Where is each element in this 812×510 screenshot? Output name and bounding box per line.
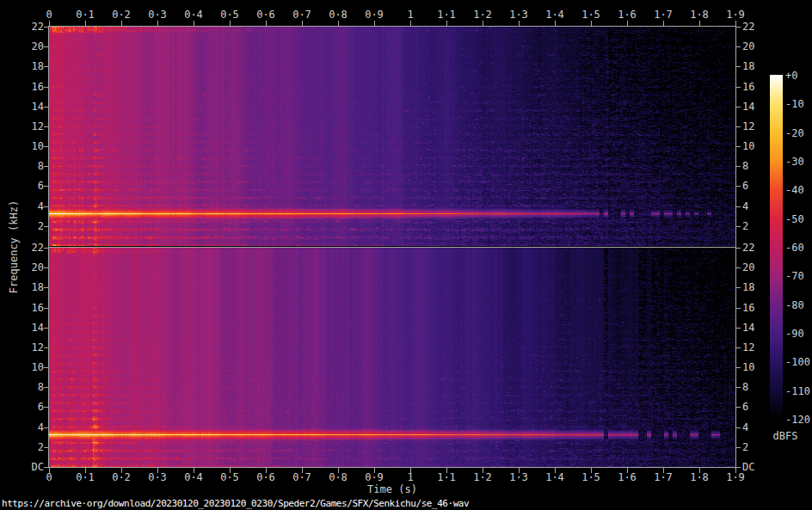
freq-tick [44,87,48,88]
time-tick-label: 0·7 [292,9,311,20]
freq-tick-label: 10 [32,141,44,151]
freq-tick-label: 16 [32,303,44,313]
colorbar-gradient [770,75,783,419]
freq-tick [44,186,48,187]
freq-tick [736,66,741,67]
time-tick-label: 0·5 [220,472,239,482]
freq-tick [736,287,741,288]
time-tick-label: 0·7 [292,472,311,482]
freq-tick-label: 8 [38,382,44,392]
freq-tick [736,46,741,47]
freq-tick [736,308,741,309]
time-axis-title: Time (s) [358,484,427,495]
freq-tick-label: 20 [742,262,754,273]
freq-tick [736,407,741,408]
freq-tick-label: 4 [38,422,44,433]
freq-tick [44,46,48,47]
time-tick-label: 0·8 [329,472,348,482]
freq-tick [44,107,48,108]
freq-tick-label: 10 [742,362,754,372]
freq-tick-label: 18 [742,61,754,71]
freq-tick [736,248,741,249]
colorbar-tick-label: -100 [785,357,810,367]
freq-tick-label: 6 [742,402,748,412]
time-tick-label: 1·2 [473,9,492,20]
freq-tick [736,427,741,428]
freq-tick [736,347,741,348]
freq-tick [736,166,741,167]
freq-tick-label: 16 [742,82,754,92]
freq-tick-label: 8 [38,161,44,171]
time-tick-label: 0·3 [148,472,167,482]
freq-tick [44,226,48,227]
freq-tick [44,347,48,348]
freq-tick-label: 4 [742,201,748,212]
freq-tick-label: 22 [32,22,44,32]
time-tick-label: 0·9 [365,472,384,482]
freq-tick-label: 6 [38,402,44,412]
freq-tick [736,387,741,388]
freq-tick-label: 8 [742,161,748,171]
time-tick-label: 0·9 [365,9,384,20]
freq-tick [44,447,48,448]
freq-tick-label: 14 [32,323,44,333]
spectrogram-channel-2-canvas [49,248,735,467]
freq-tick [736,267,741,268]
time-tick-label: 1·3 [509,472,528,482]
freq-tick-label: 14 [32,101,44,112]
spectrogram-figure: 00·10·20·30·40·50·60·70·80·911·11·21·31·… [0,0,812,510]
freq-tick [44,367,48,368]
colorbar-tick-label: -50 [785,214,804,224]
freq-tick-label: 6 [38,181,44,191]
freq-tick [44,267,48,268]
freq-tick [736,107,741,108]
freq-tick [736,126,741,127]
colorbar-tick-label: -90 [785,329,804,339]
spectrogram-channel-1-canvas [49,27,735,246]
time-tick-label: 1·8 [690,472,709,482]
time-tick-label: 1·2 [473,472,492,482]
freq-tick-label: 4 [38,201,44,212]
freq-tick-label: 22 [742,243,754,253]
time-tick-label: 1·6 [618,9,637,20]
time-tick-label: 1·1 [437,9,456,20]
freq-tick [44,308,48,309]
freq-tick [736,447,741,448]
freq-tick-label: 4 [742,422,748,433]
time-tick-label: 1·9 [726,9,745,20]
freq-tick [44,387,48,388]
freq-tick [736,87,741,88]
freq-tick [44,146,48,147]
freq-tick [44,206,48,207]
colorbar-tick-label: -20 [785,128,804,138]
time-tick-label: 0 [46,472,52,482]
time-tick-label: 0·2 [112,9,131,20]
time-tick-label: 0·5 [220,9,239,20]
time-tick-label: 0·4 [184,472,203,482]
freq-tick [736,146,741,147]
time-tick-label: 0·3 [148,9,167,20]
freq-tick [44,427,48,428]
time-tick-label: 0·8 [329,9,348,20]
frequency-axis-title: Frequency (kHz) [9,191,19,303]
freq-tick-label: 20 [32,41,44,52]
time-tick-label: 1·4 [545,472,564,482]
time-tick-label: 0·4 [184,9,203,20]
freq-tick-label: 20 [742,41,754,52]
freq-tick [736,328,741,329]
freq-tick-label: 12 [32,121,44,132]
colorbar-tick-label: -40 [785,185,804,195]
freq-tick [736,27,741,28]
freq-tick-label: 18 [742,282,754,292]
freq-tick [736,206,741,207]
freq-tick-label: 6 [742,181,748,191]
freq-tick [44,328,48,329]
time-tick-label: 1·8 [690,9,709,20]
freq-tick [44,66,48,67]
freq-tick-label: 18 [32,282,44,292]
time-tick-label: 1 [407,472,413,482]
colorbar-tick-label: -70 [785,271,804,281]
freq-tick-label: 10 [742,141,754,151]
colorbar-tick-label: -10 [785,99,804,109]
status-bar-url: https://archive·org/download/20230120_20… [2,498,469,509]
